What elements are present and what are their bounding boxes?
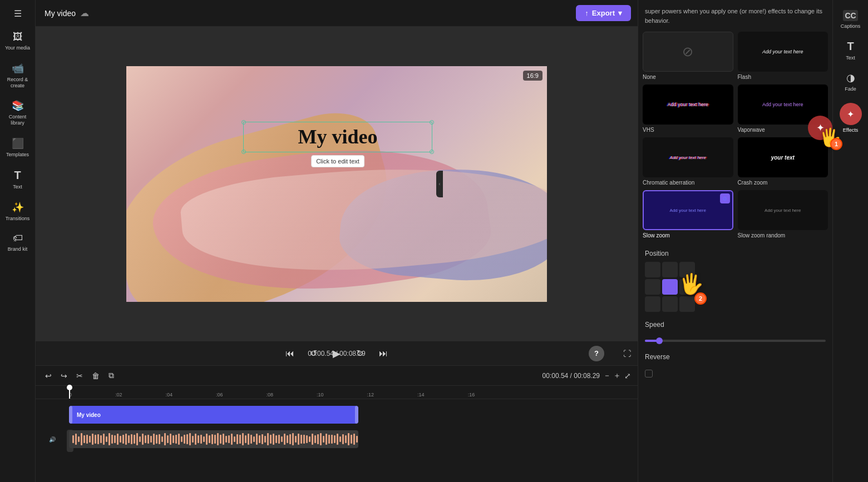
position-cell-tl[interactable]: [645, 262, 660, 277]
none-icon: ⊘: [682, 44, 693, 59]
effects-active-circle: ✦: [840, 103, 862, 125]
position-cell-mc[interactable]: [662, 279, 678, 295]
effect-label-slow-zoom: Slow zoom: [643, 232, 670, 238]
reverse-checkbox[interactable]: [645, 370, 653, 377]
effect-item-crash-zoom[interactable]: your text Crash zoom: [738, 137, 828, 186]
sidebar-item-transitions[interactable]: ✨ Transitions: [2, 197, 33, 226]
reverse-title: Reverse: [645, 353, 670, 361]
effect-label-slow-zoom-random: Slow zoom random: [738, 232, 786, 238]
canvas-video[interactable]: My video Click to edit text: [126, 66, 547, 302]
video-clip[interactable]: My video: [69, 406, 358, 424]
redo-button[interactable]: ↪: [58, 370, 70, 382]
handle-bottom-left[interactable]: [241, 150, 246, 154]
audio-waveform: [69, 430, 358, 448]
fullscreen-button[interactable]: ⛶: [623, 349, 631, 358]
position-cell-tc[interactable]: [662, 262, 678, 277]
position-cell-tr[interactable]: [679, 262, 695, 277]
position-cell-br[interactable]: [679, 296, 695, 312]
panel-tooltip-text: super powers when you apply one (or more…: [643, 4, 828, 32]
ruler-mark-16: :16: [468, 392, 475, 397]
canvas-text-content[interactable]: My video: [298, 125, 378, 148]
effect-label-chromatic: Chromatic aberration: [643, 180, 694, 186]
effect-item-slow-zoom-random[interactable]: Add your text here Slow zoom random: [738, 190, 828, 238]
speed-slider-thumb[interactable]: [656, 337, 663, 344]
timeline-ruler: 0 :02 :04 :06 :08 :10 :12 :14 :16: [36, 386, 638, 399]
audio-clip[interactable]: [69, 430, 358, 448]
video-track: My video: [36, 404, 638, 426]
text-side-icon: T: [847, 40, 854, 53]
sidebar-item-text[interactable]: T Text: [2, 165, 33, 195]
panel-collapse-arrow[interactable]: ‹: [436, 171, 443, 197]
ruler-mark-6: :06: [216, 392, 223, 397]
reverse-checkbox-row: [643, 370, 828, 384]
skip-to-end-button[interactable]: ⏭: [377, 346, 390, 361]
effect-thumb-vaporwave: Add your text here: [738, 85, 828, 125]
speed-slider-container: [645, 333, 826, 344]
ruler-mark-12: :12: [367, 392, 374, 397]
menu-button[interactable]: ☰: [2, 4, 33, 22]
canvas-text-element[interactable]: My video Click to edit text: [243, 122, 432, 152]
side-icon-captions[interactable]: CC Captions: [835, 7, 866, 32]
position-cell-mr[interactable]: [679, 279, 695, 295]
skip-to-start-button[interactable]: ⏮: [283, 346, 297, 361]
side-icon-text[interactable]: T Text: [835, 37, 866, 64]
handle-top-left[interactable]: [241, 120, 246, 125]
handle-bottom-right[interactable]: [430, 150, 434, 154]
timeline-time-counter: 00:00.54 / 00:08.29: [542, 372, 600, 380]
effect-item-none[interactable]: ⊘ None: [643, 32, 733, 80]
side-icon-effects[interactable]: ✦ Effects: [835, 100, 866, 136]
sidebar-item-record-create[interactable]: 📹 Record & create: [2, 58, 33, 93]
export-button[interactable]: ↑ Export ▾: [576, 5, 631, 21]
effect-item-chromatic[interactable]: Add your text here Chromatic aberration: [643, 137, 733, 186]
handle-top-right[interactable]: [430, 120, 434, 125]
sidebar-item-brand-kit[interactable]: 🏷 Brand kit: [2, 228, 33, 257]
cloud-save-icon: ☁: [80, 8, 89, 18]
effect-thumb-crash: your text: [738, 137, 828, 177]
position-grid: [645, 262, 826, 312]
templates-icon: ⬛: [12, 137, 24, 150]
text-icon: T: [14, 169, 21, 182]
effect-item-flash[interactable]: Add your text here Flash: [738, 32, 828, 80]
effect-item-vhs[interactable]: Add your text here VHS: [643, 85, 733, 133]
click-to-edit-tooltip: Click to edit text: [311, 155, 364, 167]
export-icon: ↑: [585, 9, 589, 17]
effect-label-crash-zoom: Crash zoom: [738, 180, 768, 186]
speed-slider[interactable]: [645, 340, 826, 342]
position-cell-bc[interactable]: [662, 296, 678, 312]
sidebar-item-content-library[interactable]: 📚 Content library: [2, 95, 33, 131]
main-area: My video ☁ ↑ Export ▾ My video: [36, 0, 638, 482]
project-title[interactable]: My video: [45, 9, 76, 18]
ruler-mark-4: :04: [166, 392, 173, 397]
effect-thumb-none: ⊘: [643, 32, 733, 72]
effect-thumb-flash: Add your text here: [738, 32, 828, 72]
undo-button[interactable]: ↩: [42, 370, 55, 382]
clip-handle-right[interactable]: [355, 406, 358, 424]
effect-label-flash: Flash: [738, 74, 751, 80]
record-icon: 📹: [12, 62, 24, 74]
effect-thumb-chromatic: Add your text here: [643, 137, 733, 177]
zoom-out-button[interactable]: －: [603, 371, 611, 381]
ruler-mark-10: :10: [317, 392, 324, 397]
position-cell-ml[interactable]: [645, 279, 660, 295]
side-icon-fade[interactable]: ◑ Fade: [835, 68, 866, 95]
delete-button[interactable]: 🗑: [89, 370, 102, 382]
playhead[interactable]: [69, 386, 70, 399]
cut-button[interactable]: ✂: [73, 370, 86, 382]
expand-timeline-button[interactable]: ⤢: [624, 371, 631, 380]
audio-track: 🔊: [36, 428, 638, 450]
chevron-down-icon: ▾: [618, 9, 622, 17]
effect-item-slow-zoom[interactable]: ⚙ Add your text here Slow zoom: [643, 190, 733, 238]
speed-title: Speed: [645, 321, 826, 329]
position-cell-bl[interactable]: [645, 296, 660, 312]
effects-sparkle-icon: ✦: [847, 109, 854, 120]
time-display: 00:00.54 / 00:08.29: [308, 350, 365, 357]
sidebar-item-your-media[interactable]: 🖼 Your media: [2, 27, 33, 56]
zoom-in-button[interactable]: ＋: [613, 371, 621, 381]
right-panel: super powers when you apply one (or more…: [638, 0, 832, 482]
clip-handle-left[interactable]: [69, 406, 72, 424]
sidebar-item-templates[interactable]: ⬛ Templates: [2, 133, 33, 162]
help-button[interactable]: ?: [589, 346, 604, 361]
library-icon: 📚: [12, 100, 24, 112]
effect-item-vaporwave[interactable]: Add your text here Vaporwave: [738, 85, 828, 133]
duplicate-button[interactable]: ⧉: [106, 369, 117, 382]
